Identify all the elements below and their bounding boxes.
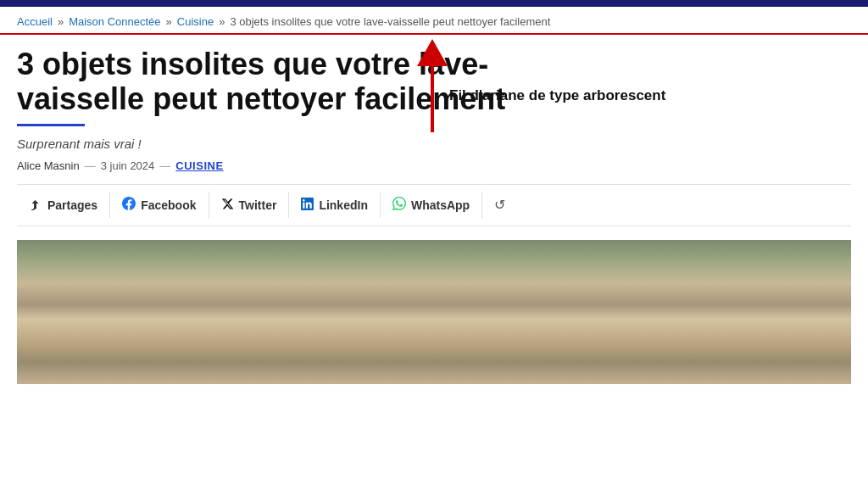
kitchen-scene xyxy=(17,240,851,384)
breadcrumb-current: 3 objets insolites que votre lave-vaisse… xyxy=(230,15,550,28)
article-title: 3 objets insolites que votre lave-vaisse… xyxy=(17,47,509,117)
breadcrumb-home[interactable]: Accueil xyxy=(17,15,53,28)
share-other-icon: ↺ xyxy=(494,197,505,213)
facebook-icon xyxy=(122,197,136,214)
linkedin-label: LinkedIn xyxy=(319,198,368,212)
main-content: 3 objets insolites que votre lave-vaisse… xyxy=(0,35,868,384)
breadcrumb-sep-3: » xyxy=(219,15,225,28)
share-bar: ⮭ Partages Facebook Twitter LinkedIn xyxy=(17,184,851,226)
title-underline xyxy=(17,124,85,126)
breadcrumb-maison[interactable]: Maison Connectée xyxy=(69,15,160,28)
article-subtitle: Surprenant mais vrai ! xyxy=(17,137,851,151)
share-partages[interactable]: ⮭ Partages xyxy=(17,192,110,218)
whatsapp-icon xyxy=(392,197,406,214)
linkedin-icon xyxy=(301,198,314,213)
partages-label: Partages xyxy=(47,198,97,212)
breadcrumb: Accueil » Maison Connectée » Cuisine » 3… xyxy=(0,7,868,35)
twitter-label: Twitter xyxy=(239,198,277,212)
article-date: 3 juin 2024 xyxy=(101,159,155,172)
article-meta: Alice Masnin — 3 juin 2024 — CUISINE xyxy=(17,159,851,172)
share-twitter[interactable]: Twitter xyxy=(209,192,290,218)
share-linkedin[interactable]: LinkedIn xyxy=(289,192,381,218)
breadcrumb-cuisine[interactable]: Cuisine xyxy=(177,15,214,28)
share-whatsapp[interactable]: WhatsApp xyxy=(381,192,482,219)
breadcrumb-sep-2: » xyxy=(166,15,172,28)
meta-dash-2: — xyxy=(159,159,170,172)
article-category[interactable]: CUISINE xyxy=(175,159,223,172)
whatsapp-label: WhatsApp xyxy=(411,198,470,212)
facebook-label: Facebook xyxy=(141,198,196,212)
twitter-icon xyxy=(221,198,234,213)
share-other[interactable]: ↺ xyxy=(482,192,517,218)
partages-icon: ⮭ xyxy=(29,198,42,213)
article-author: Alice Masnin xyxy=(17,159,80,172)
meta-dash-1: — xyxy=(85,159,96,172)
share-facebook[interactable]: Facebook xyxy=(110,192,209,219)
top-nav-bar xyxy=(0,0,868,7)
article-image xyxy=(17,240,851,384)
breadcrumb-sep-1: » xyxy=(58,15,64,28)
